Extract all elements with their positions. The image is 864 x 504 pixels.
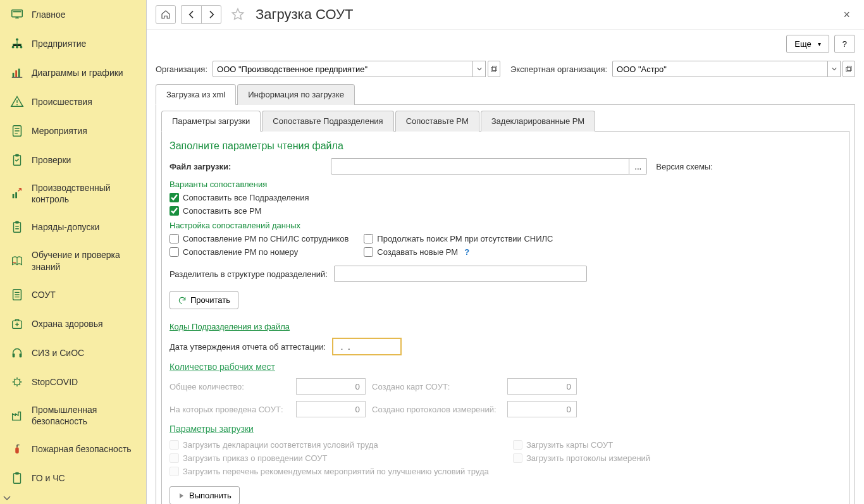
sidebar-scroll-down[interactable] — [0, 493, 146, 504]
svg-rect-7 — [15, 70, 17, 77]
favorite-star-icon[interactable] — [230, 7, 245, 22]
count-grid: Общее количество: Создано карт СОУТ: На … — [170, 378, 841, 417]
check-create-new[interactable] — [364, 247, 373, 257]
organization-open[interactable] — [488, 61, 500, 77]
close-button[interactable]: × — [838, 6, 855, 24]
check-by-snils-label[interactable]: Сопоставление РМ по СНИЛС сотрудников — [183, 234, 349, 243]
tab-params[interactable]: Параметры загрузки — [161, 111, 261, 132]
tab-load-xml[interactable]: Загрузка из xml — [156, 84, 236, 105]
done-input[interactable] — [296, 401, 366, 417]
sidebar-item-industrial-safety[interactable]: Промышленная безопасность — [0, 396, 146, 434]
check-match-rm-label[interactable]: Сопоставить все РМ — [183, 206, 261, 216]
sidebar-item-emergency[interactable]: ГО и ЧС — [0, 464, 146, 493]
organization-dropdown[interactable] — [473, 61, 486, 77]
total-input[interactable] — [296, 378, 366, 395]
organization-input[interactable] — [213, 61, 473, 77]
virus-icon — [10, 375, 24, 389]
count-title[interactable]: Количество рабочих мест — [170, 362, 841, 372]
sidebar: Главное Предприятие Диаграммы и графики … — [0, 0, 147, 504]
svg-rect-28 — [848, 66, 852, 71]
tab-declared-rm[interactable]: Задекларированные РМ — [481, 111, 595, 132]
toolbar: Загрузка СОУТ × — [147, 0, 864, 30]
clipboard-permit-icon — [10, 220, 24, 234]
codes-link[interactable]: Коды Подразделения из файла — [170, 322, 290, 331]
load-params-title[interactable]: Параметры загрузки — [170, 424, 841, 434]
sidebar-item-enterprise[interactable]: Предприятие — [0, 29, 146, 58]
svg-rect-22 — [15, 447, 19, 453]
clipboard-icon — [10, 471, 24, 485]
execute-button[interactable]: Выполнить — [170, 486, 240, 504]
sidebar-item-permits[interactable]: Наряды-допуски — [0, 212, 146, 242]
content: Организация: Экспертная организация: Заг… — [147, 58, 864, 504]
svg-rect-13 — [13, 194, 15, 198]
nav-group — [181, 5, 221, 24]
sidebar-item-charts[interactable]: Диаграммы и графики — [0, 58, 146, 87]
tab-match-depts[interactable]: Сопоставьте Подразделения — [262, 111, 393, 132]
svg-rect-8 — [18, 69, 20, 78]
expert-org-dropdown[interactable] — [828, 61, 841, 77]
check-load-order — [170, 453, 179, 463]
separator-label: Разделитель в структуре подразделений: — [170, 269, 328, 279]
read-button[interactable]: Прочитать — [170, 291, 238, 309]
file-browse-button[interactable]: ... — [629, 158, 647, 175]
sidebar-label: Наряды-допуски — [32, 221, 136, 233]
actions-row: Еще ? — [147, 30, 864, 58]
svg-rect-16 — [15, 221, 19, 224]
main-area: Загрузка СОУТ × Еще ? Организация: Экспе… — [147, 0, 864, 504]
sidebar-item-covid[interactable]: StopCOVID — [0, 367, 146, 396]
date-input[interactable] — [332, 338, 402, 355]
sidebar-label: Предприятие — [32, 38, 136, 49]
svg-rect-25 — [491, 68, 496, 72]
check-match-depts[interactable] — [170, 193, 179, 202]
sidebar-item-prod-control[interactable]: Производственный контроль — [0, 175, 146, 212]
sidebar-item-main[interactable]: Главное — [0, 0, 146, 29]
sidebar-item-sout[interactable]: СОУТ — [0, 280, 146, 309]
org-chart-icon — [10, 37, 24, 51]
check-load-decl-label: Загрузить декларации соответствия услови… — [183, 440, 378, 450]
more-button[interactable]: Еще — [786, 35, 829, 53]
sidebar-label: Обучение и проверка знаний — [32, 249, 136, 272]
check-by-number[interactable] — [170, 247, 179, 257]
svg-point-3 — [12, 46, 15, 48]
sidebar-item-health[interactable]: Охрана здоровья — [0, 309, 146, 338]
sidebar-item-training[interactable]: Обучение и проверка знаний — [0, 242, 146, 280]
check-match-rm[interactable] — [170, 206, 179, 216]
sidebar-item-activities[interactable]: Мероприятия — [0, 116, 146, 145]
sidebar-label: Диаграммы и графики — [32, 67, 136, 78]
file-input[interactable] — [331, 158, 629, 175]
sidebar-item-incidents[interactable]: Происшествия — [0, 87, 146, 116]
svg-rect-0 — [12, 10, 23, 17]
check-continue-no-snils[interactable] — [364, 234, 373, 243]
tab-load-info[interactable]: Информация по загрузке — [237, 84, 355, 105]
check-by-number-label[interactable]: Сопоставление РМ по номеру — [183, 247, 298, 257]
expert-org-input[interactable] — [612, 61, 828, 77]
total-label: Общее количество: — [170, 378, 290, 395]
help-button[interactable]: ? — [834, 35, 855, 53]
proto-input[interactable] — [507, 401, 577, 417]
home-button[interactable] — [156, 5, 176, 24]
check-load-recom — [170, 467, 179, 476]
sidebar-item-checks[interactable]: Проверки — [0, 145, 146, 175]
cards-input[interactable] — [507, 378, 577, 395]
tab-match-rm[interactable]: Сопоставьте РМ — [395, 111, 479, 132]
sidebar-label: ГО и ЧС — [32, 472, 136, 484]
check-by-snils[interactable] — [170, 234, 179, 243]
check-load-proto-label: Загрузить протоколы измерений — [526, 453, 650, 463]
check-continue-label[interactable]: Продолжать поиск РМ при отсутствии СНИЛС — [377, 234, 553, 243]
forward-button[interactable] — [201, 5, 221, 24]
check-create-new-label[interactable]: Создавать новые РМ — [377, 247, 458, 257]
sidebar-item-fire-safety[interactable]: Пожарная безопасность — [0, 434, 146, 464]
expert-org-label: Экспертная организация: — [510, 65, 607, 74]
extinguisher-icon — [10, 442, 24, 456]
sidebar-label: Производственный контроль — [32, 182, 136, 205]
outer-tabs: Загрузка из xml Информация по загрузке — [156, 83, 855, 105]
monitor-icon — [10, 8, 24, 22]
expert-org-open[interactable] — [842, 61, 855, 77]
back-button[interactable] — [181, 5, 201, 24]
help-hint-icon[interactable]: ? — [464, 247, 469, 257]
check-match-depts-label[interactable]: Сопоставить все Подразделения — [183, 193, 309, 202]
separator-input[interactable] — [334, 266, 587, 282]
svg-rect-15 — [14, 223, 21, 233]
svg-point-5 — [20, 46, 22, 48]
sidebar-item-siz[interactable]: СИЗ и СиОС — [0, 338, 146, 367]
